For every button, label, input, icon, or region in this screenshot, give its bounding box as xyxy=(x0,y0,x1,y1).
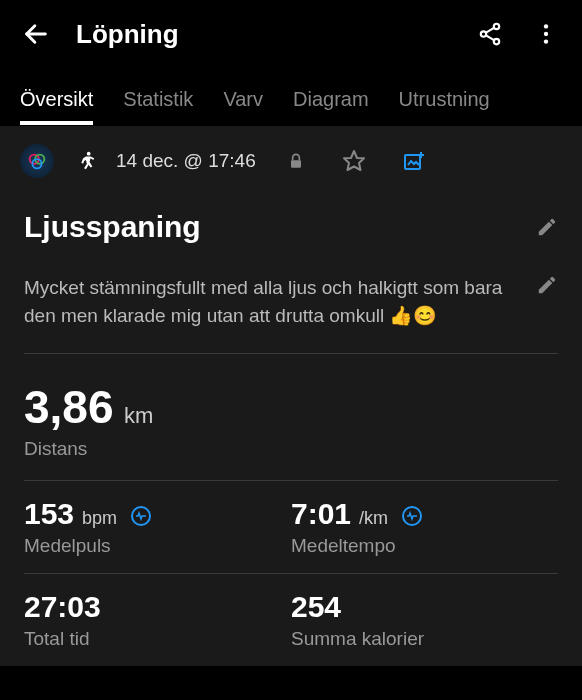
total-time-stat: 27:03 Total tid xyxy=(24,574,291,666)
svg-point-7 xyxy=(544,32,548,36)
distance-unit: km xyxy=(124,403,153,428)
svg-line-4 xyxy=(486,28,494,33)
tab-bar: Översikt Statistik Varv Diagram Utrustni… xyxy=(0,88,582,126)
svg-marker-14 xyxy=(344,151,364,170)
add-photo-icon[interactable] xyxy=(402,149,426,173)
edit-title-button[interactable] xyxy=(536,216,558,238)
svg-point-1 xyxy=(494,24,499,29)
pulse-icon[interactable] xyxy=(131,506,151,526)
share-button[interactable] xyxy=(474,18,506,50)
activity-title: Ljusspaning xyxy=(24,210,520,244)
svg-point-8 xyxy=(544,39,548,43)
connect-rings-icon[interactable] xyxy=(20,144,54,178)
avg-pace-unit: /km xyxy=(359,508,388,529)
distance-label: Distans xyxy=(24,438,558,460)
avg-hr-stat: 153 bpm Medelpuls xyxy=(24,481,291,573)
activity-meta-row: 14 dec. @ 17:46 xyxy=(0,126,582,196)
page-title: Löpning xyxy=(76,19,450,50)
distance-stat: 3,86 km Distans xyxy=(0,354,582,480)
svg-point-12 xyxy=(87,152,91,156)
total-time-value: 27:03 xyxy=(24,590,101,624)
more-menu-button[interactable] xyxy=(530,18,562,50)
svg-point-2 xyxy=(481,31,486,36)
avg-pace-value: 7:01 xyxy=(291,497,351,531)
total-time-label: Total tid xyxy=(24,628,291,650)
pulse-icon[interactable] xyxy=(402,506,422,526)
tab-gear[interactable]: Utrustning xyxy=(399,88,490,125)
svg-rect-13 xyxy=(291,160,301,168)
calories-stat: 254 Summa kalorier xyxy=(291,574,558,666)
back-button[interactable] xyxy=(20,18,52,50)
edit-description-button[interactable] xyxy=(536,274,558,296)
lock-icon[interactable] xyxy=(286,151,306,171)
overview-content: 14 dec. @ 17:46 xyxy=(0,126,582,666)
avg-hr-value: 153 xyxy=(24,497,74,531)
calories-value: 254 xyxy=(291,590,341,624)
activity-datetime: 14 dec. @ 17:46 xyxy=(116,150,256,172)
app-header: Löpning xyxy=(0,0,582,68)
running-icon xyxy=(74,150,96,172)
svg-point-6 xyxy=(544,24,548,28)
avg-pace-label: Medeltempo xyxy=(291,535,558,557)
svg-line-5 xyxy=(486,35,494,40)
favorite-star-icon[interactable] xyxy=(342,149,366,173)
avg-hr-label: Medelpuls xyxy=(24,535,291,557)
tab-laps[interactable]: Varv xyxy=(223,88,263,125)
calories-label: Summa kalorier xyxy=(291,628,558,650)
svg-point-3 xyxy=(494,39,499,44)
tab-overview[interactable]: Översikt xyxy=(20,88,93,125)
avg-pace-stat: 7:01 /km Medeltempo xyxy=(291,481,558,573)
avg-hr-unit: bpm xyxy=(82,508,117,529)
activity-description: Mycket stämningsfullt med alla ljus och … xyxy=(24,274,520,329)
tab-statistics[interactable]: Statistik xyxy=(123,88,193,125)
tab-charts[interactable]: Diagram xyxy=(293,88,369,125)
distance-value: 3,86 xyxy=(24,380,114,434)
